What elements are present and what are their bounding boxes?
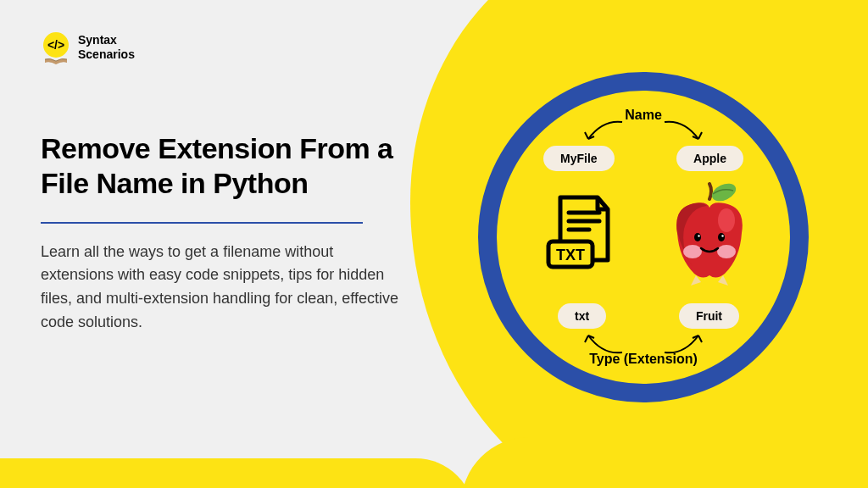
apple-icon — [660, 182, 758, 288]
logo-icon: </> — [41, 32, 71, 63]
page-title: Remove Extension From a File Name in Pyt… — [41, 131, 405, 201]
main-content: Remove Extension From a File Name in Pyt… — [41, 131, 405, 335]
txt-file-icon: TXT — [543, 192, 620, 277]
arrow-top-left-icon — [581, 118, 624, 147]
arrow-bottom-right-icon — [663, 327, 705, 357]
svg-point-6 — [718, 208, 735, 232]
arrow-top-right-icon — [663, 118, 705, 147]
svg-point-9 — [694, 233, 701, 241]
svg-point-11 — [698, 235, 699, 236]
pill-filename-myfile: MyFile — [543, 146, 615, 171]
svg-point-7 — [683, 245, 702, 258]
logo-line1: Syntax — [78, 33, 135, 47]
arrow-bottom-left-icon — [581, 327, 624, 357]
book-icon — [45, 58, 67, 64]
diagram-top-label: Name — [625, 108, 662, 123]
code-brackets-icon: </> — [47, 38, 64, 52]
pill-extension-fruit: Fruit — [679, 303, 739, 329]
logo: </> Syntax Scenarios — [41, 32, 135, 63]
pill-filename-apple: Apple — [676, 146, 743, 171]
title-divider — [41, 222, 363, 224]
svg-text:TXT: TXT — [556, 247, 585, 263]
diagram-container: Name Type (Extension) MyFile Apple txt F… — [478, 72, 809, 402]
yellow-decoration-bottom-left — [0, 458, 475, 488]
page-description: Learn all the ways to get a filename wit… — [41, 241, 405, 336]
logo-text: Syntax Scenarios — [78, 33, 135, 62]
yellow-decoration-bottom-right — [461, 437, 631, 488]
svg-point-8 — [717, 245, 736, 258]
logo-line2: Scenarios — [78, 47, 135, 62]
svg-point-12 — [721, 235, 723, 236]
pill-extension-txt: txt — [558, 303, 606, 329]
svg-point-10 — [718, 233, 725, 241]
